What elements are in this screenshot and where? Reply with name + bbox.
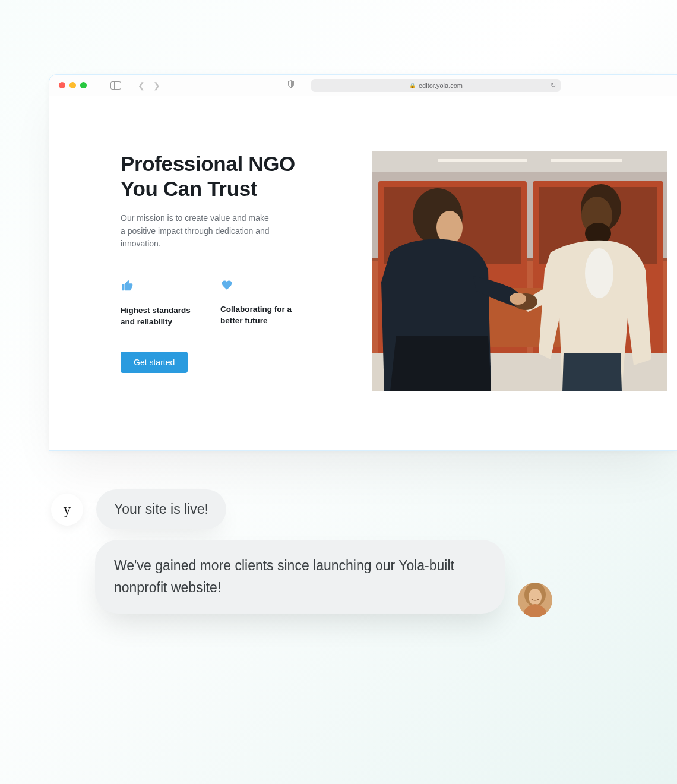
heart-icon [220,279,298,293]
feature-text: Collaborating for a better future [220,304,298,327]
url-text: editor.yola.com [419,82,463,89]
chat-bubble: We've gained more clients since launchin… [95,540,505,614]
user-avatar [518,583,552,617]
hero-subtitle: Our mission is to create value and make … [121,212,275,251]
svg-rect-4 [551,159,622,162]
address-bar[interactable]: 🔒 editor.yola.com ↻ [311,79,561,92]
feature-collaboration: Collaborating for a better future [220,279,298,328]
chat-message-2: We've gained more clients since launchin… [95,540,552,614]
refresh-icon[interactable]: ↻ [551,81,556,89]
svg-rect-3 [438,159,527,162]
forward-button[interactable]: ❯ [153,81,160,90]
hero-image [372,151,667,391]
svg-point-13 [436,211,463,244]
window-controls [59,82,87,88]
svg-point-19 [510,293,526,305]
maximize-window-button[interactable] [80,82,87,88]
svg-point-22 [529,589,542,605]
page-content: Professional NGO You Can Trust Our missi… [49,96,677,391]
features-row: Highest standards and reliability Collab… [121,279,317,328]
sidebar-toggle-icon[interactable] [110,81,121,90]
thumbs-up-icon [121,279,198,295]
get-started-button[interactable]: Get started [121,352,188,373]
close-window-button[interactable] [59,82,65,88]
lock-icon: 🔒 [409,83,416,88]
browser-window: ❮ ❯ 🔒 editor.yola.com ↻ Professional NGO… [49,74,677,451]
chat-bubble: Your site is live! [96,489,226,529]
feature-text: Highest standards and reliability [121,305,198,328]
back-button[interactable]: ❮ [138,81,145,90]
browser-toolbar: ❮ ❯ 🔒 editor.yola.com ↻ [49,75,677,96]
yola-avatar: y [51,494,83,526]
privacy-shield-icon[interactable] [287,80,295,90]
minimize-window-button[interactable] [69,82,76,88]
svg-point-17 [585,248,613,298]
chat-message-1: y Your site is live! [51,489,226,529]
hero-section: Professional NGO You Can Trust Our missi… [121,151,317,391]
feature-standards: Highest standards and reliability [121,279,198,328]
hero-title: Professional NGO You Can Trust [121,151,317,201]
